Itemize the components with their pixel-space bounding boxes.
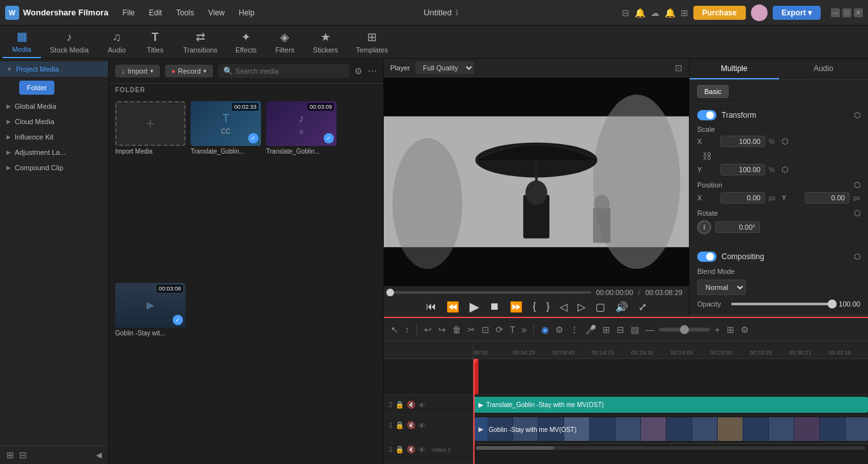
sidebar-item-project-media[interactable]: ▼ Project Media [0,61,108,77]
cut-button[interactable]: ✂ [466,323,477,337]
tab-titles[interactable]: T Titles [136,26,175,58]
menu-view[interactable]: View [201,6,231,20]
more-button[interactable]: » [520,323,529,337]
sidebar-item-compound-clip[interactable]: ▶ Compound Clip [0,160,108,175]
fullscreen-icon[interactable]: ⊡ [675,63,683,73]
skip-back-button[interactable]: ⏮ [426,301,436,312]
track-1-eye-button[interactable]: 👁 [418,422,425,429]
video-clip-1[interactable]: ▶ Goblin -Stay with me MV(OST) [473,417,868,441]
scale-y-input[interactable] [720,164,765,175]
mic-button[interactable]: 🎤 [583,323,598,337]
blend-mode-select[interactable]: NormalMultiplyScreenOverlay [697,280,746,295]
quality-select[interactable]: Full Quality1/2 Quality1/4 Quality [415,61,474,74]
position-x-input[interactable] [720,192,765,204]
filter-button[interactable]: ⚙ [354,66,363,76]
sidebar-item-cloud-media[interactable]: ▶ Cloud Media [0,114,108,129]
pip-button[interactable]: ⊟ [615,323,626,337]
folder-button[interactable]: Folder [19,81,54,95]
video-track-lock-button[interactable]: 🔒 [395,445,404,454]
search-input[interactable] [235,67,344,75]
tab-templates[interactable]: ⊞ Templates [347,26,397,58]
tab-transitions[interactable]: ⇄ Transitions [175,26,226,58]
frame-back-button[interactable]: ⏪ [446,301,459,313]
transform-toggle[interactable] [697,110,716,120]
magnet-button[interactable]: ⚙ [553,323,565,337]
mark-in-button[interactable]: { [533,301,536,312]
scale-y-keyframe-icon[interactable]: ⬡ [782,165,788,174]
list-item[interactable]: T CC 00:02:33 ✓ Translate_Goblin... [191,101,261,278]
zoom-slider[interactable] [659,328,710,332]
scale-x-input[interactable] [720,136,765,147]
redo-button[interactable]: ↪ [436,323,448,337]
opacity-slider[interactable] [731,303,832,305]
screen-button[interactable]: ▢ [596,301,605,313]
record-button[interactable]: ● Record ▾ [165,65,213,77]
audio-button[interactable]: 🔊 [615,301,628,313]
caption-button[interactable]: ⊞ [601,323,612,337]
tab-multiple[interactable]: Multiple [690,59,779,79]
grid-button[interactable]: ⊞ [725,323,736,337]
speed-button[interactable]: ⟳ [494,323,505,337]
list-item[interactable]: ♪ ♫ 00:03:09 ✓ Translate_Goblin... [266,101,336,278]
rotate-keyframe-icon[interactable]: ⬡ [854,209,860,218]
close-button[interactable]: ✕ [854,8,863,17]
undo-button[interactable]: ↩ [422,323,434,337]
plus-button[interactable]: + [713,323,722,337]
scrollbar-thumb[interactable] [476,446,554,450]
import-media-thumb[interactable]: + [115,101,185,146]
rotate-circle[interactable] [697,220,711,234]
transform-keyframe-icon[interactable]: ⬡ [854,111,860,120]
tab-filters[interactable]: ◈ Filters [265,26,304,58]
purchase-button[interactable]: Purchase [693,6,746,20]
scale-x-keyframe-icon[interactable]: ⬡ [782,137,788,146]
audio-clip-2[interactable]: ▶ Translate_Goblin -Stay with me MV(OST) [473,397,868,413]
select-tool-button[interactable]: ↖ [389,323,400,337]
sidebar-item-global-media[interactable]: ▶ Global Media [0,99,108,114]
delete-button[interactable]: 🗑 [450,323,463,337]
position-y-input[interactable] [805,192,849,204]
frame-forward-button[interactable]: ⏩ [510,301,523,313]
basic-button[interactable]: Basic [697,85,729,98]
video-track-eye-button[interactable]: 👁 [418,446,425,454]
import-button[interactable]: ↓ Import ▾ [115,65,160,77]
list-item[interactable]: + Import Media [115,101,185,278]
media-button[interactable]: ▤ [629,323,641,337]
export-button[interactable]: Export ▾ [773,6,821,20]
tab-audio[interactable]: ♫ Audio [98,26,136,58]
minus-button[interactable]: — [643,323,656,337]
mark-out-button[interactable]: } [546,301,549,312]
remove-button[interactable]: ⊟ [19,450,27,460]
menu-edit[interactable]: Edit [143,6,169,20]
stop-button[interactable]: ⏹ [489,301,500,312]
text-button[interactable]: T [508,323,517,337]
tab-stickers[interactable]: ★ Stickers [304,26,347,58]
next-marker-button[interactable]: ▷ [578,301,585,313]
pointer-tool-button[interactable]: ↑ [403,323,411,337]
track-1-mute-button[interactable]: 🔇 [407,421,416,429]
snap-button[interactable]: ◉ [539,323,551,337]
track-2-eye-button[interactable]: 👁 [418,401,425,409]
settings-button[interactable]: ⚙ [739,323,751,337]
tab-effects[interactable]: ✦ Effects [226,26,265,58]
tab-audio[interactable]: Audio [779,59,869,79]
timeline-scrollbar[interactable] [473,444,868,451]
track-2-lock-button[interactable]: 🔒 [395,401,404,409]
sidebar-item-adjustment[interactable]: ▶ Adjustment La... [0,145,108,160]
play-button[interactable]: ▶ [470,299,479,314]
compositing-keyframe-icon[interactable]: ⬡ [854,252,860,261]
track-1-lock-button[interactable]: 🔒 [395,421,404,429]
prev-marker-button[interactable]: ◁ [560,301,567,313]
add-folder-button[interactable]: ⊞ [6,450,14,460]
compositing-toggle[interactable] [697,252,716,262]
avatar[interactable] [751,4,768,21]
progress-bar[interactable] [390,291,591,294]
expand-button[interactable]: ⤢ [638,301,647,313]
maximize-button[interactable]: □ [842,8,851,17]
split-button[interactable]: ⋮ [568,323,581,337]
sidebar-collapse-button[interactable]: ◀ [96,451,102,460]
more-options-button[interactable]: ⋯ [368,66,377,76]
track-2-mute-button[interactable]: 🔇 [407,401,416,409]
tab-media[interactable]: ▦ Media [3,26,41,58]
menu-help[interactable]: Help [232,6,261,20]
list-item[interactable]: ▶ 00:03:08 ✓ Goblin -Stay wit... [115,283,185,460]
